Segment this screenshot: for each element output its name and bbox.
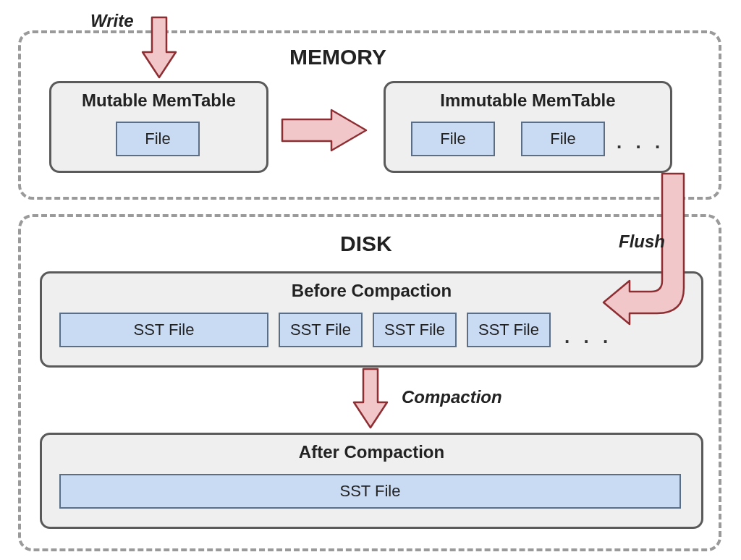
compaction-label: Compaction bbox=[402, 387, 502, 407]
compacted-sst-file: SST File bbox=[59, 474, 681, 509]
compaction-arrow-icon bbox=[352, 368, 389, 431]
memtable-to-immutable-arrow-icon bbox=[281, 109, 368, 152]
immutable-ellipsis: . . . bbox=[617, 131, 664, 153]
mutable-file: File bbox=[116, 122, 200, 156]
sst-file-4: SST File bbox=[467, 313, 551, 347]
flush-arrow-icon bbox=[601, 172, 702, 331]
after-compaction-title: After Compaction bbox=[42, 442, 701, 462]
disk-region-title: DISK bbox=[340, 232, 392, 256]
immutable-file-1: File bbox=[411, 122, 495, 156]
sst-file-2: SST File bbox=[279, 313, 363, 347]
write-label: Write bbox=[90, 11, 134, 31]
immutable-file-2: File bbox=[521, 122, 605, 156]
mutable-memtable-title: Mutable MemTable bbox=[51, 90, 266, 111]
sst-file-3: SST File bbox=[373, 313, 457, 347]
immutable-memtable-title: Immutable MemTable bbox=[386, 90, 670, 111]
memory-region-title: MEMORY bbox=[289, 45, 386, 69]
sst-file-1: SST File bbox=[59, 313, 268, 347]
flush-label: Flush bbox=[619, 232, 665, 252]
lsm-compaction-diagram: MEMORY DISK Mutable MemTable File Immuta… bbox=[0, 0, 741, 560]
write-arrow-icon bbox=[141, 16, 177, 81]
